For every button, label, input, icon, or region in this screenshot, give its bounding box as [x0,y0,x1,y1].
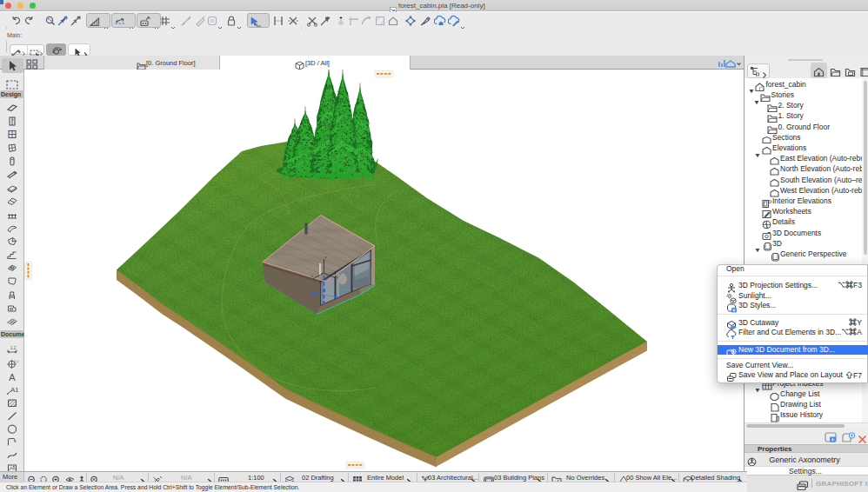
svg-text:A1: A1 [10,386,18,394]
svg-text:y: y [337,275,338,279]
svg-text:1.2: 1.2 [14,359,18,363]
svg-text:z: z [325,255,327,259]
svg-text:x: x [311,274,313,278]
svg-text:A: A [9,372,16,382]
svg-text:1.2: 1.2 [10,346,17,350]
